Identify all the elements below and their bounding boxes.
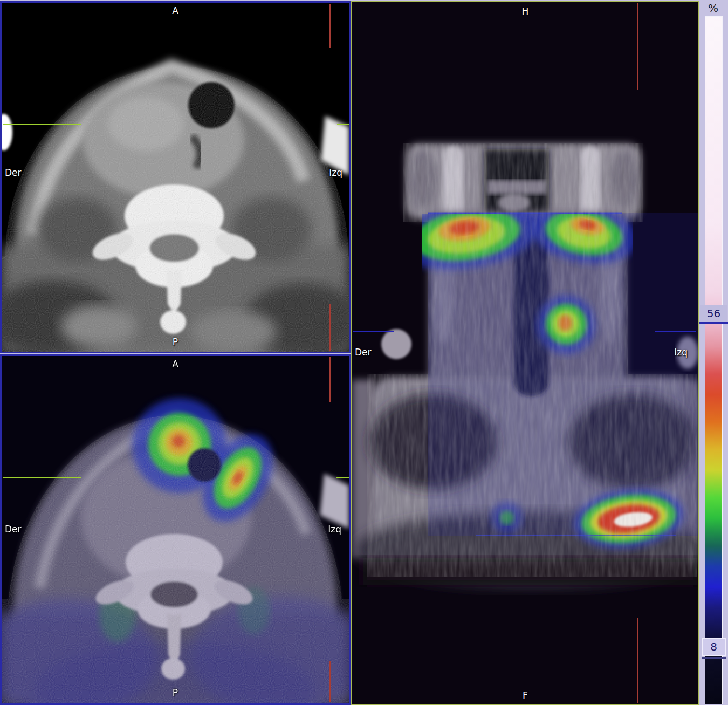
panel-axial-ct[interactable]: A P Der Izq: [0, 1, 351, 353]
crosshair-horizontal-right[interactable]: [655, 331, 696, 332]
crosshair-horizontal-tick[interactable]: [337, 124, 349, 125]
orientation-label-feet: F: [352, 690, 698, 701]
lower-threshold-marker[interactable]: [702, 657, 726, 659]
orientation-label-left: Izq: [674, 347, 688, 358]
orientation-label-right: Der: [355, 347, 372, 358]
orientation-label-right: Der: [5, 524, 22, 535]
coronal-fused-image[interactable]: [352, 2, 698, 704]
panel-axial-fused[interactable]: A P Der Izq: [0, 354, 351, 705]
panel-coronal-fused[interactable]: H F Der Izq: [351, 1, 699, 705]
crosshair-horizontal-line[interactable]: [3, 477, 81, 478]
color-scale-panel: % 56 8: [699, 0, 728, 705]
orientation-label-posterior: P: [2, 337, 349, 347]
lower-threshold-value[interactable]: 8: [702, 638, 726, 656]
orientation-label-posterior: P: [2, 688, 349, 698]
crosshair-horizontal-line[interactable]: [3, 124, 81, 125]
fusion-viewer-window: A P Der Izq: [0, 0, 728, 705]
orientation-label-left: Izq: [328, 524, 341, 535]
orientation-label-head: H: [352, 6, 698, 17]
crosshair-horizontal-left[interactable]: [353, 331, 394, 332]
orientation-label-anterior: A: [2, 359, 349, 369]
percent-unit-label: %: [699, 2, 727, 15]
color-scale-gradient[interactable]: [705, 16, 723, 704]
upper-threshold-value[interactable]: 56: [700, 305, 727, 322]
axial-fused-image[interactable]: [2, 356, 349, 703]
orientation-label-left: Izq: [329, 168, 342, 178]
upper-threshold-marker[interactable]: [699, 322, 728, 324]
crosshair-horizontal-tick[interactable]: [336, 477, 349, 478]
orientation-label-right: Der: [5, 168, 22, 178]
axial-ct-image[interactable]: [2, 3, 349, 352]
orientation-label-anterior: A: [2, 6, 349, 16]
